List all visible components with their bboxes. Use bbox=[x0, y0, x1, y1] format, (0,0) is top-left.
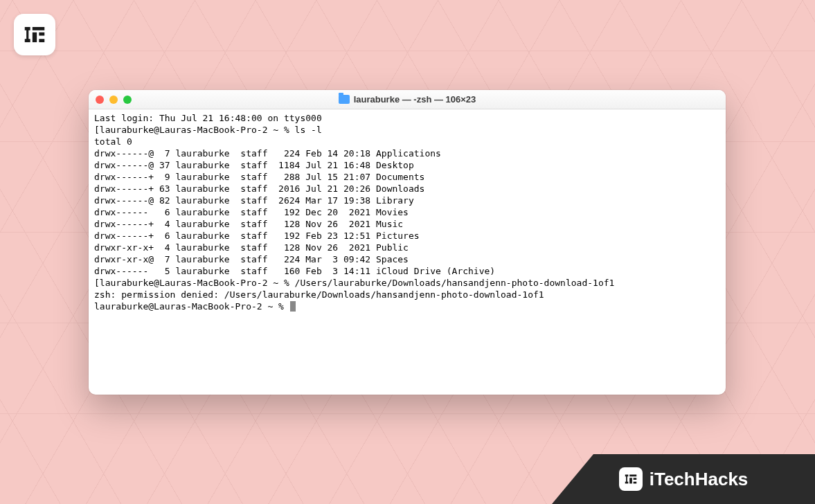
terminal-body[interactable]: Last login: Thu Jul 21 16:48:00 on ttys0… bbox=[89, 109, 726, 395]
listing-row: drwxr-xr-x+ 4 lauraburke staff 128 Nov 2… bbox=[94, 242, 409, 253]
brand-banner: iTechHacks bbox=[552, 454, 815, 504]
listing-row: drwx------@ 37 lauraburke staff 1184 Jul… bbox=[94, 160, 414, 170]
command-2: /Users/lauraburke/Downloads/hansandjenn-… bbox=[295, 278, 615, 288]
listing-row: drwx------ 6 lauraburke staff 192 Dec 20… bbox=[94, 207, 409, 217]
listing-row: drwx------@ 82 lauraburke staff 2624 Mar… bbox=[94, 195, 414, 206]
prompt-3: lauraburke@Lauras-MacBook-Pro-2 ~ % bbox=[94, 301, 289, 312]
window-title-text: lauraburke — -zsh — 106×23 bbox=[354, 94, 476, 105]
maximize-button[interactable] bbox=[123, 96, 132, 104]
last-login-line: Last login: Thu Jul 21 16:48:00 on ttys0… bbox=[94, 113, 322, 123]
window-title: lauraburke — -zsh — 106×23 bbox=[89, 94, 726, 105]
listing-row: drwx------+ 6 lauraburke staff 192 Feb 2… bbox=[94, 231, 420, 241]
window-titlebar[interactable]: lauraburke — -zsh — 106×23 bbox=[89, 90, 726, 109]
cursor bbox=[290, 301, 296, 312]
terminal-window: lauraburke — -zsh — 106×23 Last login: T… bbox=[89, 90, 726, 395]
listing-row: drwx------ 5 lauraburke staff 160 Feb 3 … bbox=[94, 266, 495, 276]
listing-row: drwx------+ 9 lauraburke staff 288 Jul 1… bbox=[94, 172, 424, 182]
command-1: ls -l bbox=[295, 125, 322, 135]
brand-logo-bottom bbox=[619, 467, 643, 491]
listing-row: drwxr-xr-x@ 7 lauraburke staff 224 Mar 3… bbox=[94, 254, 409, 264]
close-button[interactable] bbox=[96, 96, 104, 104]
error-line: zsh: permission denied: /Users/lauraburk… bbox=[94, 289, 544, 300]
listing-row: drwx------@ 7 lauraburke staff 224 Feb 1… bbox=[94, 148, 441, 159]
prompt-1: [lauraburke@Lauras-MacBook-Pro-2 ~ % bbox=[94, 125, 295, 135]
brand-name: iTechHacks bbox=[650, 469, 749, 490]
listing-row: drwx------+ 4 lauraburke staff 128 Nov 2… bbox=[94, 219, 403, 229]
minimize-button[interactable] bbox=[109, 96, 118, 104]
prompt-2: [lauraburke@Lauras-MacBook-Pro-2 ~ % bbox=[94, 278, 295, 288]
brand-logo-top bbox=[14, 14, 55, 55]
itechhacks-icon bbox=[623, 471, 638, 487]
listing-row: drwx------+ 63 lauraburke staff 2016 Jul… bbox=[94, 183, 424, 194]
itechhacks-icon bbox=[21, 21, 48, 48]
total-line: total 0 bbox=[94, 136, 132, 147]
traffic-lights bbox=[96, 96, 132, 104]
folder-icon bbox=[339, 95, 350, 104]
